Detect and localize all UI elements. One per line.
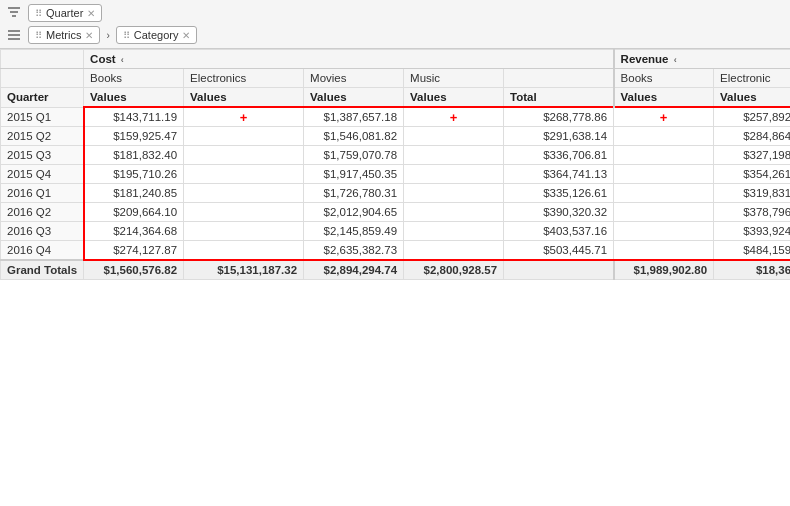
cost-movies-cell: $364,741.13	[504, 165, 614, 184]
cost-music-cell: $393,924.80	[714, 222, 790, 241]
app-container: ⠿ Quarter ✕ ⠿ Metrics ✕ › ⠿ Category ✕	[0, 0, 790, 467]
svg-rect-3	[8, 30, 20, 32]
cost-electronics-cell: $1,387,657.18	[304, 107, 404, 127]
cost-sort-icon[interactable]: ‹	[121, 55, 124, 65]
plus-separator-3	[614, 165, 714, 184]
cost-books-header: Books	[84, 69, 184, 88]
metrics-chip[interactable]: ⠿ Metrics ✕	[28, 26, 100, 44]
plus-separator-1	[184, 203, 304, 222]
cost-movies-cell: $403,537.16	[504, 222, 614, 241]
table-footer: Grand Totals $1,560,576.82 $15,131,187.3…	[1, 260, 791, 280]
gt-rev-electronics: $18,363,4	[714, 260, 790, 280]
cost-books-cell: $181,240.85	[84, 184, 184, 203]
gt-cost-books: $1,560,576.82	[84, 260, 184, 280]
table-row: 2016 Q4$274,127.87$2,635,382.73$503,445.…	[1, 241, 791, 261]
group-header-row: Cost ‹ Revenue ‹	[1, 50, 791, 69]
metrics-chip-label: Metrics	[46, 29, 81, 41]
plus-separator-1	[184, 222, 304, 241]
cost-books-cell: $143,711.19	[84, 107, 184, 127]
quarter-cell: 2015 Q1	[1, 107, 84, 127]
quarter-chip-close[interactable]: ✕	[87, 8, 95, 19]
drag-handle-metrics: ⠿	[35, 30, 42, 41]
cost-electronics-cell: $1,917,450.35	[304, 165, 404, 184]
svg-rect-4	[8, 34, 20, 36]
gt-cost-movies: $2,894,294.74	[304, 260, 404, 280]
plus-separator-1	[184, 165, 304, 184]
svg-rect-5	[8, 38, 20, 40]
gt-cost-total	[504, 260, 614, 280]
quarter-cell: 2016 Q3	[1, 222, 84, 241]
metrics-chip-close[interactable]: ✕	[85, 30, 93, 41]
plus-separator-1	[184, 184, 304, 203]
cost-music-cell: $484,159.98	[714, 241, 790, 261]
rev-books-header: Books	[614, 69, 714, 88]
cost-music-cell: $257,892.48	[714, 107, 790, 127]
table-row: 2016 Q1$181,240.85$1,726,780.31$335,126.…	[1, 184, 791, 203]
svg-rect-1	[10, 11, 18, 13]
cost-music-cell: $378,796.52	[714, 203, 790, 222]
category-header-row: Books Electronics Movies Music Books Ele…	[1, 69, 791, 88]
quarter-cell: 2015 Q4	[1, 165, 84, 184]
quarter-chip-label: Quarter	[46, 7, 83, 19]
quarter-cell: 2015 Q3	[1, 146, 84, 165]
table-body: 2015 Q1$143,711.19+$1,387,657.18+$268,77…	[1, 107, 791, 260]
plus-separator-1	[184, 127, 304, 146]
cost-movies-header: Movies	[304, 69, 404, 88]
filter-row-2: ⠿ Metrics ✕ › ⠿ Category ✕	[6, 26, 784, 44]
cost-movies-values-label: Values	[304, 88, 404, 108]
category-chip-label: Category	[134, 29, 179, 41]
data-table: Cost ‹ Revenue ‹ Books Electronics Movie…	[0, 49, 790, 280]
cost-total-label: Total	[504, 88, 614, 108]
plus-separator-2	[404, 241, 504, 261]
cost-movies-cell: $335,126.61	[504, 184, 614, 203]
svg-rect-2	[12, 15, 16, 17]
cost-movies-cell: $503,445.71	[504, 241, 614, 261]
gt-cost-music: $2,800,928.57	[404, 260, 504, 280]
drag-handle: ⠿	[35, 8, 42, 19]
grand-total-label: Grand Totals	[1, 260, 84, 280]
gt-cost-electronics: $15,131,187.32	[184, 260, 304, 280]
plus-separator-1	[184, 146, 304, 165]
plus-separator-2	[404, 222, 504, 241]
cost-books-cell: $195,710.26	[84, 165, 184, 184]
cost-music-cell: $319,831.02	[714, 184, 790, 203]
cost-electronics-cell: $1,726,780.31	[304, 184, 404, 203]
table-row: 2015 Q1$143,711.19+$1,387,657.18+$268,77…	[1, 107, 791, 127]
chips-separator: ›	[106, 30, 109, 41]
cost-electronics-cell: $2,145,859.49	[304, 222, 404, 241]
rev-books-values-label: Values	[614, 88, 714, 108]
cost-electronics-cell: $1,759,070.78	[304, 146, 404, 165]
filter-row-1: ⠿ Quarter ✕	[6, 4, 784, 22]
cost-movies-cell: $390,320.32	[504, 203, 614, 222]
drag-handle-category: ⠿	[123, 30, 130, 41]
cost-electronics-cell: $1,546,081.82	[304, 127, 404, 146]
cost-books-cell: $209,664.10	[84, 203, 184, 222]
revenue-group-header: Revenue ‹	[614, 50, 790, 69]
cost-electronics-cell: $2,012,904.65	[304, 203, 404, 222]
table-row: 2015 Q2$159,925.47$1,546,081.82$291,638.…	[1, 127, 791, 146]
gt-rev-books: $1,989,902.80	[614, 260, 714, 280]
cost-group-header: Cost ‹	[84, 50, 614, 69]
plus-separator-2: +	[404, 107, 504, 127]
svg-rect-0	[8, 7, 20, 9]
quarter-cell: 2016 Q1	[1, 184, 84, 203]
plus-separator-3	[614, 241, 714, 261]
category-chip[interactable]: ⠿ Category ✕	[116, 26, 198, 44]
quarter-sub-empty	[1, 69, 84, 88]
cost-music-cell: $327,198.34	[714, 146, 790, 165]
plus-separator-3	[614, 146, 714, 165]
cost-electronics-values-label: Values	[184, 88, 304, 108]
plus-separator-2	[404, 146, 504, 165]
table-row: 2015 Q3$181,832.40$1,759,070.78$336,706.…	[1, 146, 791, 165]
cost-books-values-label: Values	[84, 88, 184, 108]
plus-separator-2	[404, 203, 504, 222]
quarter-cell: 2016 Q2	[1, 203, 84, 222]
revenue-sort-icon[interactable]: ‹	[674, 55, 677, 65]
category-chip-close[interactable]: ✕	[182, 30, 190, 41]
rev-electronics-header: Electronic	[714, 69, 790, 88]
cost-movies-cell: $291,638.14	[504, 127, 614, 146]
quarter-cell: 2016 Q4	[1, 241, 84, 261]
quarter-chip[interactable]: ⠿ Quarter ✕	[28, 4, 102, 22]
table-row: 2016 Q3$214,364.68$2,145,859.49$403,537.…	[1, 222, 791, 241]
filter-icon-1	[6, 5, 22, 21]
